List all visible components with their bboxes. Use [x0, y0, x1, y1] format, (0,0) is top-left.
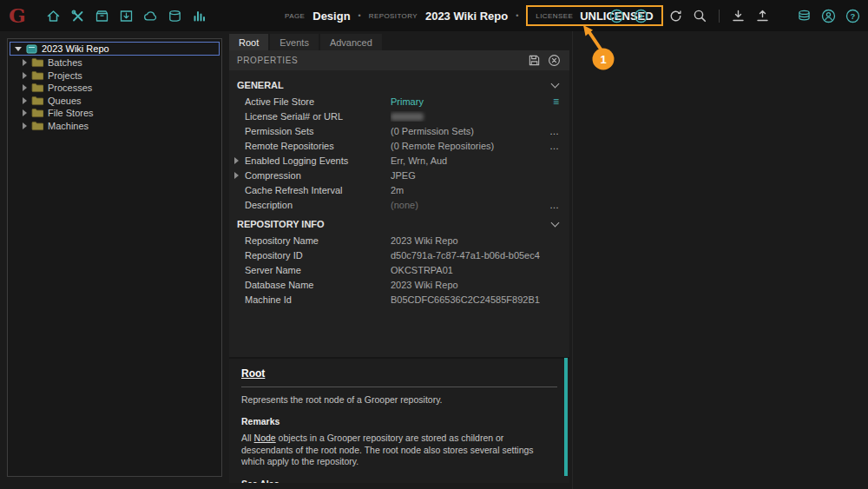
property-value[interactable]: 2m: [391, 185, 540, 195]
tree-node-label: Processes: [48, 83, 92, 93]
expander-closed-icon[interactable]: [23, 109, 27, 116]
property-label: Repository ID: [245, 250, 391, 261]
property-row-license-serial[interactable]: License Serial# or URL: [229, 109, 569, 123]
page-value[interactable]: Design: [312, 10, 350, 23]
expander-closed-icon[interactable]: [23, 97, 27, 104]
property-label: Active File Store: [245, 96, 391, 107]
detail-tabs: Root Events Advanced: [229, 34, 382, 50]
folder-icon: [31, 96, 43, 106]
property-row-permission-sets[interactable]: Permission Sets (0 Permission Sets) …: [229, 123, 569, 138]
tree-node-2023-wiki-repo[interactable]: 2023 Wiki Repo: [10, 42, 220, 56]
property-value: d50c791a-7c87-47a1-b06d-b05ec48866...: [391, 250, 540, 261]
refresh-icon[interactable]: [667, 8, 684, 24]
svg-text:?: ?: [851, 11, 856, 21]
folder-icon: [31, 57, 43, 68]
tree-node-label: Projects: [48, 70, 82, 81]
menu-icon[interactable]: ≡: [540, 96, 569, 108]
cloud-icon[interactable]: [142, 8, 159, 24]
property-label: Machine Id: [245, 294, 391, 305]
folder-icon: [31, 121, 43, 131]
property-row-repository-name[interactable]: Repository Name 2023 Wiki Repo: [229, 233, 569, 248]
callout-circle: [593, 49, 615, 70]
search-icon[interactable]: [692, 8, 708, 24]
property-label: Cache Refresh Interval: [245, 185, 391, 195]
doc-scrollbar[interactable]: [564, 358, 568, 476]
property-value[interactable]: (0 Remote Repositories): [391, 141, 540, 151]
close-icon[interactable]: [548, 54, 561, 67]
upload-icon[interactable]: [754, 8, 771, 24]
tree-node-machines[interactable]: Machines: [8, 120, 221, 133]
expander-closed-icon[interactable]: [23, 84, 27, 91]
property-row-machine-id[interactable]: Machine Id B05CDFC66536C2C24585F892B1169…: [229, 292, 569, 307]
property-label: License Serial# or URL: [245, 111, 391, 122]
property-row-enabled-logging-events[interactable]: Enabled Logging Events Err, Wrn, Aud: [229, 153, 569, 168]
property-label: Enabled Logging Events: [245, 155, 391, 166]
property-value[interactable]: (none): [391, 200, 540, 210]
doc-divider: [241, 387, 557, 387]
home-icon[interactable]: [45, 8, 62, 24]
property-row-server-name[interactable]: Server Name OKCSTRPA01: [229, 262, 569, 277]
property-row-compression[interactable]: Compression JPEG: [229, 168, 569, 182]
forward-icon[interactable]: [633, 8, 649, 24]
property-value[interactable]: Primary: [391, 96, 540, 107]
batches-icon[interactable]: [94, 8, 110, 24]
tab-root[interactable]: Root: [229, 34, 268, 50]
property-value[interactable]: (0 Permission Sets): [391, 126, 540, 136]
tree-node-processes[interactable]: Processes: [8, 82, 221, 95]
nav-icons: [45, 8, 207, 24]
expander-closed-icon[interactable]: [234, 157, 239, 164]
section-general[interactable]: GENERAL: [229, 76, 569, 94]
property-label: Repository Name: [245, 235, 391, 246]
property-row-cache-refresh-interval[interactable]: Cache Refresh Interval 2m: [229, 182, 569, 197]
ellipsis-button[interactable]: …: [540, 200, 569, 210]
properties-header: PROPERTIES: [229, 50, 569, 70]
tree-node-label: Batches: [48, 57, 82, 68]
expander-closed-icon[interactable]: [23, 59, 27, 66]
grooper-logo[interactable]: G: [9, 0, 26, 31]
ellipsis-button[interactable]: …: [540, 126, 569, 136]
chevron-down-icon[interactable]: [551, 219, 560, 228]
back-icon[interactable]: [608, 8, 625, 24]
doc-text: objects in a Grooper repository are stor…: [241, 433, 534, 466]
save-icon[interactable]: [528, 54, 541, 67]
tree-node-file-stores[interactable]: File Stores: [8, 107, 221, 120]
breadcrumb: PAGE Design • REPOSITORY 2023 Wiki Repo …: [285, 0, 663, 31]
property-value[interactable]: Err, Wrn, Aud: [391, 155, 540, 166]
doc-see-also-heading: See Also: [241, 479, 557, 483]
design-tools-icon[interactable]: [69, 8, 86, 24]
stats-icon[interactable]: [191, 8, 207, 24]
tree-node-queues[interactable]: Queues: [8, 95, 221, 108]
property-row-database-name[interactable]: Database Name 2023 Wiki Repo: [229, 277, 569, 292]
property-value[interactable]: JPEG: [391, 170, 540, 181]
expander-open-icon[interactable]: [15, 47, 22, 51]
expander-closed-icon[interactable]: [234, 172, 239, 179]
stores-icon[interactable]: [167, 8, 183, 24]
callout-number: 1: [600, 53, 606, 66]
folder-icon: [31, 70, 43, 81]
doc-link-node[interactable]: Node: [254, 433, 276, 443]
user-icon[interactable]: [820, 8, 837, 24]
expander-closed-icon[interactable]: [23, 72, 27, 79]
toolbar-divider: [719, 10, 720, 23]
doc-remarks-heading: Remarks: [241, 416, 557, 428]
tree-node-batches[interactable]: Batches: [8, 56, 221, 69]
help-icon[interactable]: ?: [845, 8, 861, 24]
property-row-active-file-store[interactable]: Active File Store Primary ≡: [229, 94, 569, 109]
tab-advanced[interactable]: Advanced: [320, 34, 382, 50]
folder-icon: [31, 83, 43, 93]
collections-icon[interactable]: [796, 8, 812, 24]
property-row-description[interactable]: Description (none) …: [229, 197, 569, 212]
download-icon[interactable]: [730, 8, 746, 24]
tab-events[interactable]: Events: [270, 34, 319, 50]
expander-closed-icon[interactable]: [23, 122, 27, 129]
ellipsis-button[interactable]: …: [540, 141, 569, 151]
inbox-icon[interactable]: [118, 8, 135, 24]
property-row-repository-id[interactable]: Repository ID d50c791a-7c87-47a1-b06d-b0…: [229, 248, 569, 262]
repository-value[interactable]: 2023 Wiki Repo: [425, 10, 508, 23]
chevron-down-icon[interactable]: [551, 80, 560, 89]
property-value[interactable]: [391, 111, 540, 122]
section-repository-info[interactable]: REPOSITORY INFO: [229, 215, 569, 233]
tree-node-projects[interactable]: Projects: [8, 69, 221, 83]
breadcrumb-separator: •: [516, 11, 518, 20]
property-row-remote-repositories[interactable]: Remote Repositories (0 Remote Repositori…: [229, 138, 569, 153]
